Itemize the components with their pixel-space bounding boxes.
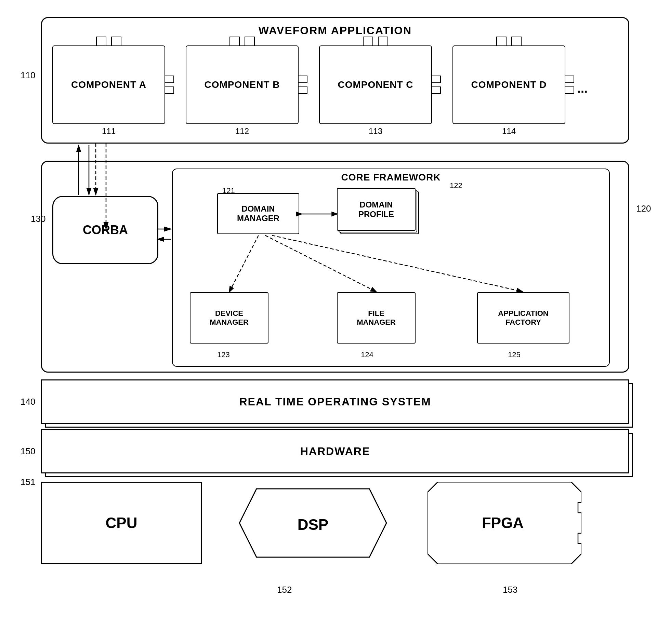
domain-manager-label: DOMAINMANAGER [237,204,279,223]
plug-block [496,37,507,46]
dsp-shape: DSP [236,485,390,561]
fpga-shape: FPGA [428,482,581,564]
domain-manager-box: DOMAINMANAGER [217,193,299,234]
plug-right-block [565,86,574,94]
ref-114: 114 [502,126,516,136]
core-framework-box: CORE FRAMEWORK 121 122 DOMAINMANAGER DOM… [172,169,610,367]
plug-top-d [496,37,522,46]
component-c: COMPONENT C 113 [319,45,432,124]
component-b-inner: COMPONENT B [186,45,299,124]
component-b: COMPONENT B 112 [186,45,299,124]
svg-text:DSP: DSP [298,516,328,533]
waveform-application-box: WAVEFORM APPLICATION COMPONENT A 111 [41,17,629,144]
plug-block [111,37,121,46]
plug-top-b [229,37,255,46]
component-a-label: COMPONENT A [71,79,146,90]
plug-block [378,37,388,46]
plug-block [245,37,255,46]
file-manager-box: FILEMANAGER [337,292,416,344]
plug-block [229,37,240,46]
plug-right-block [431,76,441,83]
svg-text:FPGA: FPGA [482,514,524,531]
plug-right-c [431,76,441,94]
app-factory-box: APPLICATIONFACTORY [477,292,569,344]
hardware-box: HARDWARE [41,429,629,473]
rtos-label: REAL TIME OPERATING SYSTEM [239,395,431,408]
plug-right-block [165,86,174,94]
ref-152: 152 [277,585,292,595]
dp-page-3: DOMAINPROFILE [337,188,416,231]
cpu-box: CPU [41,482,202,564]
fpga-container: FPGA [424,482,585,564]
ref-124: 124 [361,350,373,359]
ref-125: 125 [508,350,521,359]
svg-rect-8 [578,533,581,544]
plug-right-block [298,86,307,94]
diagram-container: 110 WAVEFORM APPLICATION COMPONENT A 111 [21,17,650,626]
domain-profile-box: DOMAINPROFILE [337,188,419,236]
ref-111: 111 [102,126,116,136]
plug-block [363,37,373,46]
core-section: CORBA CORE FRAMEWORK 121 122 DOMAINMANAG… [41,161,629,373]
component-d: COMPONENT D 114 [452,45,565,124]
component-d-label: COMPONENT D [471,79,547,90]
ref-113: 113 [369,126,382,136]
waveform-label: WAVEFORM APPLICATION [259,24,412,37]
plug-right-block [165,76,174,83]
component-d-inner: COMPONENT D [452,45,565,124]
ref-151: 151 [21,477,35,487]
ref-123: 123 [217,350,230,359]
ref-120: 120 [636,203,651,214]
ellipsis: ... [577,81,588,96]
ref-140: 140 [21,397,35,407]
hardware-label: HARDWARE [300,445,370,458]
ref-110: 110 [21,70,35,81]
domain-profile-label: DOMAINPROFILE [358,200,394,219]
cpu-label: CPU [106,514,137,532]
rtos-box: REAL TIME OPERATING SYSTEM [41,379,629,424]
device-manager-box: DEVICEMANAGER [190,292,268,344]
plug-right-d [565,76,574,94]
ref-130: 130 [31,214,45,224]
svg-line-2 [265,236,376,292]
component-a-inner: COMPONENT A [52,45,165,124]
component-a: COMPONENT A 111 [52,45,165,124]
plug-right-a [165,76,174,94]
app-factory-label: APPLICATIONFACTORY [498,309,548,327]
plug-right-block [298,76,307,83]
component-c-label: COMPONENT C [338,79,413,90]
plug-right-block [431,86,441,94]
ref-112: 112 [235,126,249,136]
plug-block [96,37,106,46]
component-b-label: COMPONENT B [205,79,280,90]
svg-line-3 [272,236,522,292]
corba-box: CORBA [52,196,158,264]
ref-122: 122 [450,181,462,190]
corba-label: CORBA [83,223,128,237]
hw-items: CPU DSP FPGA [41,482,629,578]
plug-right-block [565,76,574,83]
plug-right-b [298,76,307,94]
dsp-container: DSP [233,482,393,564]
device-manager-label: DEVICEMANAGER [210,309,249,327]
plug-top-a [96,37,121,46]
plug-block [511,37,522,46]
file-manager-label: FILEMANAGER [357,309,396,327]
svg-line-1 [229,236,258,292]
core-framework-label: CORE FRAMEWORK [341,172,441,183]
ref-150: 150 [21,446,35,457]
plug-top-c [363,37,388,46]
ref-153: 153 [503,585,517,595]
component-c-inner: COMPONENT C [319,45,432,124]
svg-rect-7 [578,502,581,513]
